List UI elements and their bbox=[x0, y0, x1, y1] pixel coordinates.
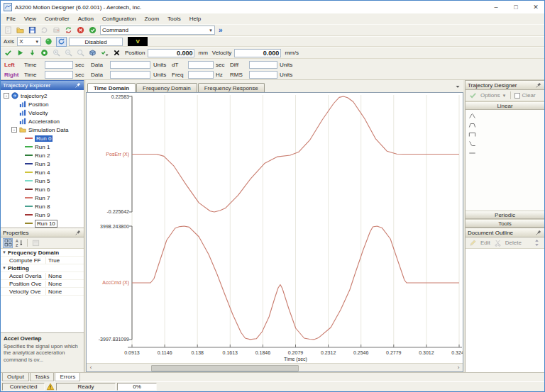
menu-help[interactable]: Help bbox=[185, 15, 205, 23]
export-icon[interactable] bbox=[39, 26, 50, 35]
rms-field[interactable] bbox=[249, 71, 277, 79]
maximize-button[interactable]: □ bbox=[507, 1, 524, 13]
enable-icon[interactable] bbox=[87, 26, 98, 35]
pin-icon[interactable] bbox=[75, 82, 82, 89]
scroll-left-icon[interactable]: ‹ bbox=[87, 364, 95, 371]
tree-item-run-9[interactable]: Run 9 bbox=[1, 211, 84, 219]
tab-frequency-domain[interactable]: Frequency Domain bbox=[136, 83, 197, 92]
tab-time-domain[interactable]: Time Domain bbox=[87, 83, 136, 92]
menu-tools[interactable]: Tools bbox=[163, 15, 185, 23]
square-wave-icon[interactable] bbox=[468, 130, 479, 139]
options-button[interactable]: Options bbox=[480, 92, 500, 99]
clear-button[interactable]: Clear bbox=[522, 92, 536, 99]
tree-item-run-7[interactable]: Run 7 bbox=[1, 194, 84, 202]
right-data-field[interactable] bbox=[110, 71, 150, 79]
new-icon[interactable] bbox=[3, 26, 13, 35]
tree-item-position[interactable]: Position bbox=[1, 100, 84, 108]
menu-zoom[interactable]: Zoom bbox=[141, 15, 163, 23]
tree-item-run-10[interactable]: Run 10 bbox=[1, 219, 84, 228]
trapezoid-curve-icon[interactable] bbox=[468, 121, 479, 130]
tree-item-run-6[interactable]: Run 6 bbox=[1, 185, 84, 194]
tree-item-run-3[interactable]: Run 3 bbox=[1, 159, 84, 168]
clear-checkbox[interactable] bbox=[514, 93, 520, 99]
property-value[interactable]: None bbox=[46, 281, 62, 287]
tree-item-simulation-data[interactable]: - Simulation Data bbox=[1, 125, 84, 134]
scissors-icon[interactable] bbox=[492, 238, 503, 248]
download-icon[interactable] bbox=[27, 48, 38, 58]
trajectory-designer-header[interactable]: Trajectory Designer bbox=[466, 80, 544, 90]
chart-canvas[interactable]: 0.09130.11460.1380.16130.18460.20790.231… bbox=[87, 93, 463, 363]
tree-item-run-2[interactable]: Run 2 bbox=[1, 151, 84, 159]
scroll-right-icon[interactable]: › bbox=[454, 364, 463, 371]
tree-item-run-5[interactable]: Run 5 bbox=[1, 177, 84, 185]
dt-field[interactable] bbox=[188, 61, 214, 69]
zoom-in-icon[interactable] bbox=[51, 48, 62, 58]
property-row[interactable]: Accel OverlaNone bbox=[1, 272, 84, 280]
zoom-out-icon[interactable] bbox=[63, 48, 74, 58]
toolbar-overflow-icon[interactable]: » bbox=[217, 26, 224, 34]
tree-item-run-0[interactable]: Run 0 bbox=[1, 134, 84, 142]
section-periodic[interactable]: Periodic bbox=[466, 211, 544, 219]
check-menu-icon[interactable] bbox=[99, 48, 110, 58]
command-combobox[interactable]: Command ▼ bbox=[100, 26, 215, 35]
bell-curve-icon[interactable] bbox=[468, 111, 479, 121]
left-time-field[interactable] bbox=[45, 61, 73, 69]
pencil-icon[interactable] bbox=[468, 238, 478, 248]
delete-button[interactable]: Delete bbox=[505, 240, 522, 246]
property-group[interactable]: ▼Plotting bbox=[1, 264, 84, 272]
abort-icon[interactable] bbox=[75, 26, 86, 35]
tab-output[interactable]: Output bbox=[2, 373, 29, 381]
open-icon[interactable] bbox=[15, 26, 26, 35]
freq-field[interactable] bbox=[188, 71, 214, 79]
edit-button[interactable]: Edit bbox=[480, 240, 490, 246]
check-icon[interactable] bbox=[3, 48, 13, 58]
properties-header[interactable]: Properties bbox=[1, 228, 84, 237]
axis-combobox[interactable]: X ▼ bbox=[17, 37, 41, 46]
collapse-icon[interactable]: - bbox=[11, 127, 17, 133]
apply-check-icon[interactable] bbox=[468, 91, 478, 101]
property-row[interactable]: Position OveNone bbox=[1, 280, 84, 288]
s-curve-icon[interactable] bbox=[468, 139, 479, 148]
tree-item-velocity[interactable]: Velocity bbox=[1, 108, 84, 117]
clear-icon[interactable] bbox=[111, 48, 122, 58]
scrollbar-thumb[interactable] bbox=[151, 365, 299, 371]
pin-icon[interactable] bbox=[75, 229, 82, 236]
property-value[interactable]: True bbox=[46, 257, 60, 264]
tab-errors[interactable]: Errors bbox=[55, 373, 80, 381]
chart-horizontal-scrollbar[interactable]: ‹ › bbox=[87, 363, 463, 371]
tree-item-run-4[interactable]: Run 4 bbox=[1, 168, 84, 177]
pin-icon[interactable] bbox=[535, 82, 542, 89]
menu-configuration[interactable]: Configuration bbox=[98, 15, 141, 23]
play-icon[interactable] bbox=[15, 48, 26, 58]
section-tools[interactable]: Tools bbox=[466, 219, 544, 228]
tree-item-trajectory2[interactable]: - trajectory2 bbox=[1, 91, 84, 100]
diff-field[interactable] bbox=[249, 61, 277, 69]
menu-file[interactable]: File bbox=[2, 15, 20, 23]
collapse-icon[interactable]: - bbox=[4, 93, 9, 99]
right-time-field[interactable] bbox=[45, 71, 73, 79]
report-icon[interactable] bbox=[51, 26, 62, 35]
property-value[interactable]: None bbox=[46, 289, 62, 295]
line-icon[interactable] bbox=[468, 148, 479, 157]
tree-item-run-1[interactable]: Run 1 bbox=[1, 142, 84, 151]
sync-icon[interactable] bbox=[63, 26, 74, 35]
tab-tasks[interactable]: Tasks bbox=[30, 373, 54, 381]
menu-view[interactable]: View bbox=[20, 15, 40, 23]
categorize-icon[interactable] bbox=[3, 238, 13, 248]
tree-item-run-8[interactable]: Run 8 bbox=[1, 202, 84, 211]
tab-list-chevron-icon[interactable] bbox=[454, 83, 461, 90]
document-outline-header[interactable]: Document Outline bbox=[466, 228, 544, 237]
tab-frequency-response[interactable]: Frequency Response bbox=[198, 83, 265, 92]
section-linear[interactable]: Linear bbox=[466, 101, 544, 110]
document-outline-body[interactable] bbox=[466, 249, 544, 372]
reset-axis-icon[interactable] bbox=[56, 37, 67, 47]
left-data-field[interactable] bbox=[110, 61, 150, 69]
property-row[interactable]: Velocity OveNone bbox=[1, 288, 84, 296]
sort-az-icon[interactable]: AZ bbox=[14, 238, 24, 248]
trajectory-explorer-header[interactable]: Trajectory Explorer bbox=[1, 80, 84, 90]
property-value[interactable]: None bbox=[46, 273, 62, 279]
save-icon[interactable] bbox=[27, 26, 38, 35]
minimize-button[interactable]: – bbox=[488, 1, 505, 13]
property-group[interactable]: ▼Frequency Domain bbox=[1, 249, 84, 257]
property-row[interactable]: Compute FFTrue bbox=[1, 257, 84, 264]
